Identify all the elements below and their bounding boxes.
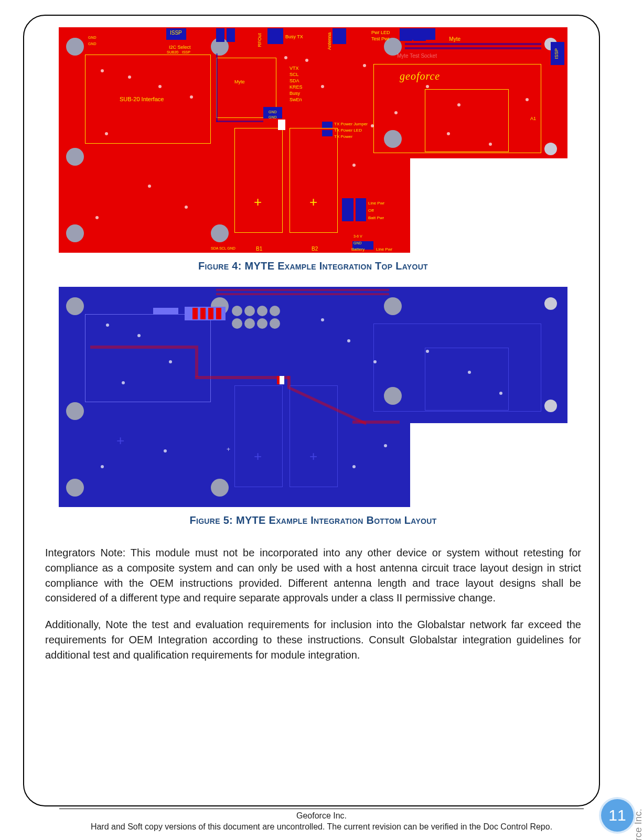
label-gnd-bot: GND <box>353 241 362 245</box>
label-line-pwr: Line Pwr <box>368 201 384 206</box>
pcb-notch <box>410 158 567 253</box>
page-root: + + ISSP I2C Select SUB-20 <box>0 0 643 840</box>
label-a1: A1 <box>530 116 536 121</box>
label-sub20-interface: SUB-20 Interface <box>120 96 164 102</box>
label-busy-tx: Busy TX <box>285 35 303 39</box>
label-b1: B1 <box>256 246 262 252</box>
label-tx-power-jumper: TX Power Jumper <box>334 122 368 126</box>
pcb-top-layout: + + ISSP I2C Select SUB-20 <box>59 27 567 253</box>
label-i2c-select: I2C Select <box>169 45 191 50</box>
label-battery: Battery <box>351 247 365 252</box>
label-rfout: RFOut <box>258 33 262 47</box>
label-test-pwr: Test Pwr <box>371 37 390 41</box>
label-line-pwr-lbl: Line Pwr <box>376 247 392 252</box>
pcb-bottom-layout: + + + + <box>59 287 567 507</box>
geoforce-logo-text: geoforce <box>400 70 440 82</box>
label-gnd1: GND <box>88 36 97 39</box>
figure5-caption: Figure 5: MYTE Example Integration Botto… <box>42 514 584 526</box>
label-tx-power: TX Power <box>334 135 352 139</box>
label-batt-pwr: Batt Pwr <box>368 216 384 220</box>
integrators-note-1: Integrators Note: This module must not b… <box>45 545 581 606</box>
label-tx-power-led: TX Power LED <box>334 128 362 133</box>
page-frame: + + ISSP I2C Select SUB-20 <box>23 15 600 806</box>
label-swen: SwEn <box>290 98 302 102</box>
content-area: + + ISSP I2C Select SUB-20 <box>42 27 584 663</box>
label-myte: Myte <box>234 80 245 84</box>
label-issp: ISSP <box>170 30 182 36</box>
label-myte-right: Myte <box>449 37 460 42</box>
page-number: 11 <box>608 806 626 824</box>
label-3-6v: 3-6 V <box>353 234 362 238</box>
page-number-badge: 11 <box>601 799 634 832</box>
integrators-note-2: Additionally, Note the test and evaluati… <box>45 617 581 662</box>
figure5-container: + + + + <box>59 287 567 507</box>
label-gnd-mid2: GND <box>269 115 277 119</box>
label-kres: KRES <box>290 85 303 90</box>
label-vtx: VTX <box>290 66 299 71</box>
footer-disclaimer: Hard and Soft copy versions of this docu… <box>0 822 643 833</box>
label-scl: SCL <box>290 72 299 77</box>
label-myte-test-socket: Myte Test Socket <box>397 53 437 59</box>
label-off: Off <box>368 209 374 213</box>
label-antenna: Antenna <box>327 33 332 50</box>
footer-company: Geoforce Inc. <box>0 811 643 822</box>
label-busy: Busy <box>290 91 300 96</box>
pcb-notch-bottom <box>410 423 567 507</box>
label-sda: SDA <box>290 79 299 83</box>
label-issp-small: ISSP <box>182 50 190 54</box>
figure4-caption: Figure 4: MYTE Example Integration Top L… <box>42 260 584 272</box>
label-gnd-mid: GND <box>269 110 277 114</box>
label-b2: B2 <box>312 246 318 252</box>
label-issp-right: ISSP <box>554 48 559 59</box>
label-gnd2: GND <box>88 42 97 46</box>
page-footer: Geoforce Inc. Hard and Soft copy version… <box>0 809 643 833</box>
label-pwr-led: Pwr LED <box>371 30 390 35</box>
label-sub20-small: SUB20 <box>167 50 178 54</box>
label-sda-scl-gnd: SDA SCL GND <box>211 246 235 250</box>
figure4-container: + + ISSP I2C Select SUB-20 <box>59 27 567 253</box>
